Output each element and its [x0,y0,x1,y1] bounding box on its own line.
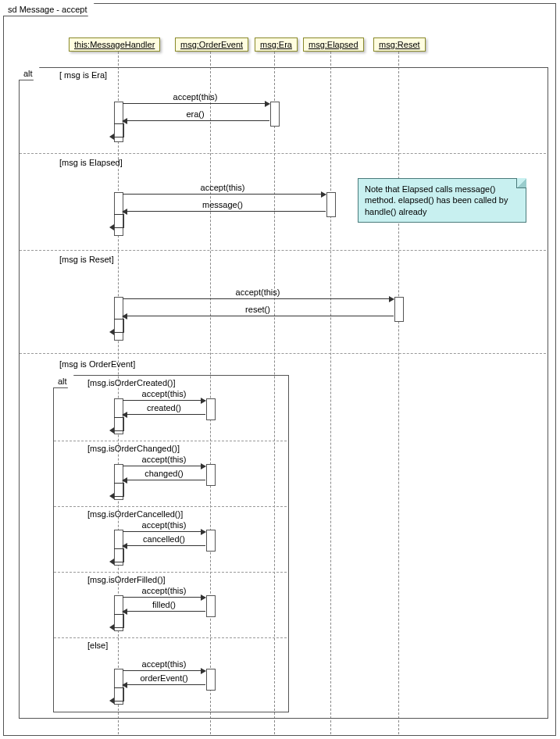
message-label: created() [123,403,205,412]
message-arrow [123,400,205,401]
activation [394,297,404,322]
activation [206,398,216,420]
message-label: accept(this) [123,520,205,530]
message-arrow [123,611,205,612]
message-label: accept(this) [123,455,205,464]
message-arrow [123,120,269,121]
message-arrow [123,480,205,480]
lifeline-head-orderevent: msg:OrderEvent [175,37,248,52]
lifeline-head-era: msg:Era [255,37,298,52]
alt-guard: [ msg is Era] [59,70,107,80]
self-call-icon [114,548,124,562]
message-arrow [123,545,205,546]
message-label: era() [125,109,266,119]
message-label: accept(this) [125,183,320,192]
inner-alt-guard: [msg.isOrderFilled()] [87,575,166,584]
inner-alt-separator [54,572,287,573]
activation [206,464,216,486]
lifeline-head-this: this:MessageHandler [69,37,160,52]
inner-alt-guard: [msg.isOrderCreated()] [87,378,175,387]
message-arrow [123,684,205,685]
inner-alt-guard: [msg.isOrderChanged()] [87,444,180,453]
message-label: accept(this) [123,389,205,398]
alt-guard: [msg is Reset] [59,255,114,264]
message-label: filled() [123,600,205,609]
message-label: orderEvent() [123,673,205,683]
message-label: reset() [125,305,391,314]
message-label: changed() [123,469,205,478]
alt-guard: [msg is Elapsed] [59,158,123,167]
self-call-icon [114,614,124,628]
inner-alt-separator [54,441,287,441]
message-label: accept(this) [123,586,205,595]
message-arrow [123,466,205,466]
message-label: accept(this) [125,287,391,297]
diagram-canvas: sd Message - accept this:MessageHandler … [0,0,560,739]
alt-separator [20,250,546,251]
self-call-icon [114,687,124,702]
activation [326,192,336,217]
inner-alt-separator [54,506,287,507]
message-arrow [123,531,205,532]
message-arrow [123,414,205,415]
message-label: cancelled() [123,534,205,544]
message-arrow [123,316,394,316]
alt-separator [20,353,546,354]
activation [206,530,216,552]
message-arrow [123,597,205,598]
lifeline-head-elapsed: msg:Elapsed [303,37,364,52]
activation [270,102,280,127]
inner-alt-separator [54,637,287,638]
alt-separator [20,153,546,154]
alt-guard: [msg is OrderEvent] [59,359,135,369]
activation [206,669,216,691]
message-label: accept(this) [123,659,205,669]
note: Note that Elapsed calls message() method… [358,178,526,223]
message-label: accept(this) [125,92,266,102]
sd-frame-label: sd Message - accept [3,3,95,16]
message-arrow [123,298,394,299]
inner-alt-guard: [msg.isOrderCancelled()] [87,509,183,519]
self-call-icon [114,417,124,431]
activation [206,595,216,617]
self-call-icon [114,319,124,333]
inner-alt-guard: [else] [87,641,108,650]
message-label: message() [125,200,320,209]
self-call-icon [114,483,124,497]
lifeline-head-reset: msg:Reset [373,37,426,52]
message-arrow [123,670,205,671]
self-call-icon [114,214,124,228]
self-call-icon [114,123,124,137]
inner-alt-frame-label: alt [53,375,74,388]
message-arrow [123,194,326,195]
alt-frame-label: alt [19,67,40,80]
message-arrow [123,211,326,212]
message-arrow [123,103,269,104]
